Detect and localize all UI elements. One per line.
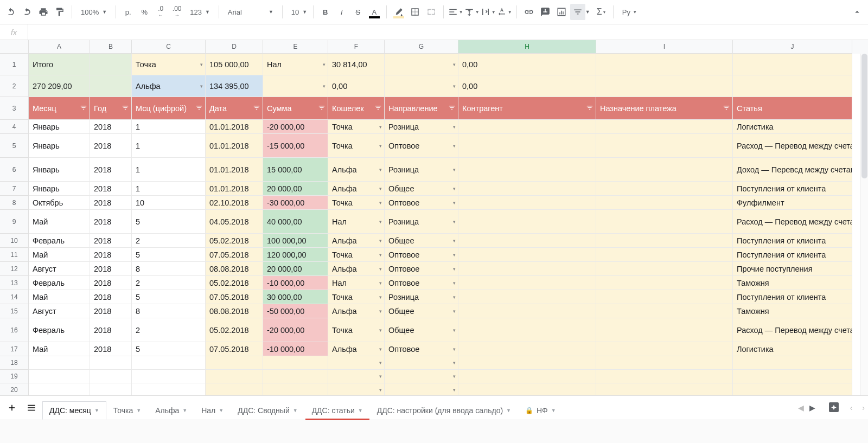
caret-down-icon[interactable]: ▼ [293,408,298,413]
text-color-button[interactable]: A [367,4,382,20]
cell[interactable]: ▾ [385,54,458,75]
paint-format-button[interactable] [52,4,67,20]
select-all-corner[interactable] [0,40,29,54]
cell[interactable] [733,383,852,395]
cell[interactable] [90,75,132,97]
dropdown-caret-icon[interactable]: ▾ [453,124,456,130]
row-header-7[interactable]: 7 [0,182,29,196]
cell[interactable]: 134 395,00 [206,75,263,97]
cell[interactable]: Назначение платежа [596,97,733,120]
cells-area[interactable]: ИтогоТочка▾105 000,00Нал▾30 814,00▾0,002… [29,54,868,395]
cell[interactable]: 1 [132,120,206,134]
cell[interactable] [90,356,132,370]
cell[interactable]: 0,00 [458,75,596,97]
cell[interactable] [596,356,733,370]
cell[interactable]: Январь [29,158,90,182]
cell[interactable]: 5 [132,210,206,234]
filter-icon[interactable] [448,104,456,113]
cell[interactable] [458,342,596,356]
cell[interactable]: Альфа▾ [328,342,385,356]
dropdown-caret-icon[interactable]: ▾ [453,280,456,286]
cell[interactable] [206,383,263,395]
cell[interactable]: 07.05.2018 [206,290,263,304]
font-size-select[interactable]: 10▼ [287,4,309,20]
cell[interactable]: Август [29,262,90,276]
all-sheets-button[interactable] [23,399,40,416]
cell[interactable] [132,383,206,395]
dropdown-caret-icon[interactable]: ▾ [379,219,382,224]
text-wrap-button[interactable]: ▼ [481,4,496,20]
cell[interactable] [733,356,852,370]
cell[interactable]: Поступления от клиента [733,234,852,248]
cell[interactable]: Таможня [733,276,852,290]
row-header-6[interactable]: 6 [0,158,29,182]
decrease-decimal-button[interactable]: .0← [153,4,168,20]
column-header-I[interactable]: I [596,40,733,54]
dropdown-caret-icon[interactable]: ▾ [379,294,382,300]
h-align-button[interactable]: ▼ [448,4,463,20]
cell[interactable] [596,370,733,383]
tab-scroll-left[interactable]: ◀ [798,403,804,412]
cell[interactable]: 2 [132,318,206,342]
cell[interactable] [596,383,733,395]
dropdown-caret-icon[interactable]: ▾ [379,309,382,314]
insert-chart-button[interactable] [554,4,569,20]
sheet-tab[interactable]: ДДС: настройки (для ввода сальдо)▼ [370,401,518,420]
cell[interactable] [596,342,733,356]
cell[interactable]: Фулфилмент [733,196,852,210]
caret-down-icon[interactable]: ▼ [585,9,590,15]
cell[interactable] [596,318,733,342]
cell[interactable] [596,120,733,134]
currency-format-button[interactable]: р. [120,4,136,20]
dropdown-caret-icon[interactable]: ▾ [453,294,456,300]
cell[interactable]: Логистика [733,120,852,134]
row-header-20[interactable]: 20 [0,383,29,395]
cell[interactable]: Февраль [29,318,90,342]
dropdown-caret-icon[interactable]: ▾ [200,62,203,67]
cell[interactable]: 10 [132,196,206,210]
cell[interactable]: Точка▾ [328,134,385,158]
cell[interactable]: Альфа▾ [328,262,385,276]
row-header-3[interactable]: 3 [0,97,29,120]
add-sheet-button[interactable] [3,399,21,416]
cell[interactable]: 2018 [90,248,132,262]
merge-cells-button[interactable] [424,4,439,20]
cell[interactable]: 02.10.2018 [206,196,263,210]
borders-button[interactable] [407,4,423,20]
dropdown-caret-icon[interactable]: ▾ [379,238,382,243]
dropdown-caret-icon[interactable]: ▾ [379,124,382,130]
cell[interactable]: Февраль [29,234,90,248]
row-header-1[interactable]: 1 [0,54,29,75]
cell[interactable]: Февраль [29,276,90,290]
functions-button[interactable]: Σ▾ [593,4,609,20]
increase-decimal-button[interactable]: .00→ [169,4,184,20]
cell[interactable] [458,196,596,210]
cell[interactable]: -50 000,00 [263,304,328,318]
cell[interactable]: 04.05.2018 [206,210,263,234]
cell[interactable]: 1 [132,134,206,158]
cell[interactable] [458,262,596,276]
cell[interactable]: 01.01.2018 [206,158,263,182]
filter-button[interactable] [570,4,585,20]
cell[interactable]: 8 [132,304,206,318]
cell[interactable]: 2018 [90,342,132,356]
cell[interactable] [596,276,733,290]
dropdown-caret-icon[interactable]: ▾ [200,84,203,89]
dropdown-caret-icon[interactable]: ▾ [453,309,456,314]
dropdown-caret-icon[interactable]: ▾ [453,200,456,206]
dropdown-caret-icon[interactable]: ▾ [379,360,382,365]
cell[interactable]: Поступления от клиента [733,290,852,304]
caret-down-icon[interactable]: ▼ [136,408,141,413]
cell[interactable]: 2018 [90,304,132,318]
cell[interactable] [596,182,733,196]
cell[interactable]: Май [29,342,90,356]
cell[interactable]: Розница▾ [385,158,458,182]
cell[interactable]: Январь [29,120,90,134]
dropdown-caret-icon[interactable]: ▾ [453,84,456,89]
side-panel-next[interactable]: › [862,403,865,412]
cell[interactable] [596,134,733,158]
cell[interactable]: 270 209,00 [29,75,90,97]
row-header-15[interactable]: 15 [0,304,29,318]
print-button[interactable] [36,4,51,20]
dropdown-caret-icon[interactable]: ▾ [379,143,382,149]
